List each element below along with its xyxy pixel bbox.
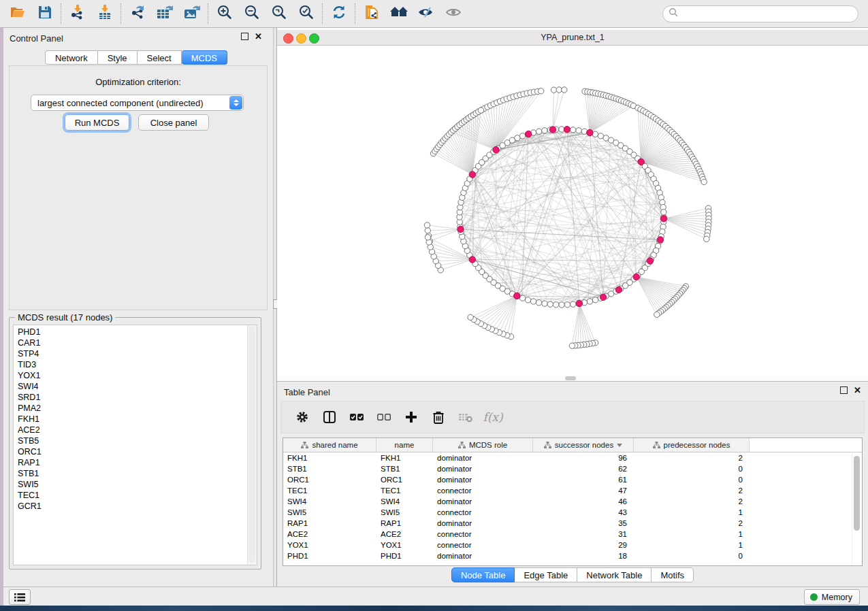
zoom-out-button[interactable] [238, 2, 266, 25]
export-table-button[interactable] [151, 2, 178, 25]
close-panel-icon[interactable]: ✕ [854, 387, 861, 394]
mcds-result-item[interactable]: SRD1 [14, 392, 247, 403]
mcds-result-item[interactable]: PMA2 [14, 403, 247, 414]
table-settings-button[interactable] [292, 407, 312, 427]
network-canvas[interactable] [277, 46, 868, 381]
home-button[interactable] [385, 2, 413, 25]
column-header-predecessor-nodes[interactable]: predecessor nodes [634, 438, 750, 452]
mcds-result-item[interactable]: RAP1 [14, 457, 247, 468]
tab-motifs[interactable]: Motifs [652, 567, 694, 582]
main-toolbar [0, 0, 868, 28]
tab-edge-table[interactable]: Edge Table [515, 567, 577, 582]
refresh-icon [331, 4, 347, 23]
table-row[interactable]: SWI4SWI4dominator462 [283, 496, 852, 507]
search-field[interactable] [662, 5, 858, 22]
table-row[interactable]: TEC1TEC1connector472 [283, 485, 852, 496]
show-columns-button[interactable] [319, 407, 340, 427]
toolbar-separator [322, 3, 323, 24]
close-panel-button[interactable]: Close panel [138, 114, 209, 131]
export-network-button[interactable] [124, 2, 151, 25]
function-builder-button[interactable]: f(x) [483, 407, 503, 427]
zoom-in-icon [216, 4, 233, 23]
tab-select[interactable]: Select [138, 50, 182, 65]
criterion-dropdown[interactable]: largest connected component (undirected) [31, 95, 244, 111]
add-column-button[interactable] [401, 407, 421, 427]
memory-status-icon [810, 593, 818, 601]
search-input[interactable] [679, 9, 858, 20]
tab-mcds[interactable]: MCDS [182, 50, 227, 65]
save-button[interactable] [31, 2, 59, 25]
show-all-button[interactable] [440, 2, 467, 25]
network-window-titlebar[interactable]: YPA_prune.txt_1 [277, 30, 868, 46]
select-all-button[interactable] [347, 407, 367, 427]
import-table-button[interactable] [91, 2, 118, 25]
export-image-button[interactable] [178, 2, 206, 25]
network-view-window: YPA_prune.txt_1 [277, 28, 868, 381]
network-hscrollbar[interactable] [277, 376, 868, 381]
mcds-result-item[interactable]: STB5 [14, 435, 247, 446]
table-row[interactable]: ORC1ORC1dominator610 [283, 474, 852, 485]
zoom-fit-button[interactable] [266, 2, 293, 25]
hide-selected-button[interactable] [413, 2, 440, 25]
zoom-selected-button[interactable] [293, 2, 320, 25]
delete-column-button[interactable] [428, 407, 449, 427]
show-log-button[interactable] [9, 589, 31, 605]
table-row[interactable]: FKH1FKH1dominator962 [283, 452, 852, 463]
table-row[interactable]: RAP1RAP1dominator352 [283, 518, 852, 529]
column-type-icon [301, 442, 308, 448]
table-row[interactable]: STB1STB1dominator620 [283, 463, 852, 474]
mcds-result-item[interactable]: TID3 [14, 359, 247, 370]
delete-table-button[interactable] [455, 407, 476, 427]
column-header-successor-nodes[interactable]: successor nodes [533, 438, 634, 452]
import-network-icon [69, 4, 86, 23]
column-header-name[interactable]: name [376, 438, 433, 452]
mcds-result-item[interactable]: GCR1 [14, 501, 247, 512]
column-header-shared-name[interactable]: shared name [283, 438, 376, 452]
mcds-list-scrollbar[interactable] [247, 325, 257, 565]
mcds-result-item[interactable]: TEC1 [14, 490, 247, 501]
export-network-icon [129, 4, 146, 23]
run-mcds-button[interactable]: Run MCDS [65, 114, 129, 131]
mcds-result-item[interactable]: ORC1 [14, 446, 247, 457]
import-network-button[interactable] [64, 2, 91, 25]
mcds-result-item[interactable]: PHD1 [14, 327, 247, 337]
mcds-result-item[interactable]: FKH1 [14, 414, 247, 425]
float-window-icon[interactable] [241, 33, 248, 40]
mcds-result-item[interactable]: ACE2 [14, 425, 247, 435]
table-row[interactable]: PHD1PHD1dominator180 [283, 550, 852, 561]
node-table[interactable]: shared name name MCDS role successor nod… [283, 437, 863, 566]
table-body[interactable]: FKH1FKH1dominator962STB1STB1dominator620… [283, 452, 852, 565]
column-type-icon [544, 442, 551, 448]
tab-style[interactable]: Style [98, 50, 138, 65]
open-button[interactable] [4, 2, 31, 25]
table-panel-title: Table Panel [284, 387, 330, 397]
toolbar-separator [61, 3, 62, 24]
mcds-result-item[interactable]: SWI4 [14, 381, 247, 392]
duplicate-network-button[interactable] [358, 2, 385, 25]
table-row[interactable]: YOX1YOX1connector291 [283, 540, 852, 550]
mcds-result-item[interactable]: STP4 [14, 348, 247, 359]
mcds-result-item[interactable]: SWI5 [14, 479, 247, 490]
memory-button[interactable]: Memory [804, 589, 860, 605]
dropdown-stepper-icon [229, 96, 242, 110]
network-graph[interactable] [277, 46, 868, 381]
tab-network-table[interactable]: Network Table [577, 567, 652, 582]
duplicate-network-icon [364, 4, 380, 23]
mcds-result-item[interactable]: STB1 [14, 468, 247, 479]
column-header-mcds-role[interactable]: MCDS role [433, 438, 533, 452]
zoom-in-button[interactable] [211, 2, 238, 25]
tab-node-table[interactable]: Node Table [451, 567, 515, 582]
mcds-result-item[interactable]: CAR1 [14, 337, 247, 348]
memory-label: Memory [822, 593, 852, 602]
table-row[interactable]: ACE2ACE2connector311 [283, 529, 852, 540]
table-panel-header: Table Panel ✕ [277, 386, 868, 399]
table-vscrollbar[interactable] [852, 453, 861, 565]
tab-network[interactable]: Network [45, 50, 98, 65]
mcds-result-item[interactable]: YOX1 [14, 370, 247, 381]
mcds-result-listbox[interactable]: PHD1CAR1STP4TID3YOX1SWI4SRD1PMA2FKH1ACE2… [13, 325, 257, 565]
table-row[interactable]: SWI5SWI5connector431 [283, 507, 852, 518]
close-panel-icon[interactable]: ✕ [255, 33, 262, 40]
refresh-button[interactable] [325, 2, 353, 25]
deselect-all-button[interactable] [374, 407, 394, 427]
float-window-icon[interactable] [840, 386, 848, 394]
